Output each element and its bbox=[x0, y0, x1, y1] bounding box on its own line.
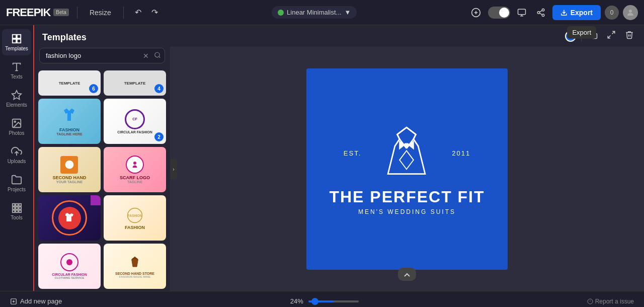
main-layout: Templates Texts Elements Photos Uploads … bbox=[0, 25, 644, 291]
sidebar-item-texts[interactable]: Texts bbox=[2, 57, 31, 84]
templates-panel: Templates ✕ TEMPLATE 6 bbox=[34, 25, 170, 291]
present-button[interactable] bbox=[514, 5, 529, 20]
svg-rect-16 bbox=[16, 204, 18, 206]
svg-rect-20 bbox=[19, 207, 22, 209]
est-row: EST. bbox=[344, 123, 470, 183]
template-card-secondhand2[interactable]: SECOND HAND STORE FASHION MADE MINE bbox=[104, 244, 166, 289]
design-canvas[interactable]: EST. bbox=[306, 68, 508, 270]
projects-icon bbox=[11, 174, 22, 185]
svg-rect-1 bbox=[518, 9, 525, 15]
freepik-logo: FREEPIK bbox=[6, 6, 50, 19]
svg-rect-19 bbox=[16, 207, 18, 209]
sidebar-item-projects[interactable]: Projects bbox=[2, 170, 31, 196]
template-card-scarf[interactable]: SCARF LOGO TAGLINE bbox=[104, 147, 166, 192]
svg-rect-15 bbox=[13, 204, 15, 206]
elements-label: Elements bbox=[6, 102, 27, 108]
svg-point-29 bbox=[66, 259, 72, 265]
divider bbox=[77, 7, 77, 19]
undo-button[interactable]: ↶ bbox=[132, 6, 144, 19]
uploads-icon bbox=[11, 146, 22, 157]
template-card-circular[interactable]: CF CIRCULAR FASHION 2 bbox=[104, 99, 166, 144]
toggle-knob bbox=[499, 8, 509, 18]
resize-button[interactable]: Resize bbox=[86, 7, 115, 19]
sidebar-item-elements[interactable]: Elements bbox=[2, 86, 31, 112]
add-page-button[interactable]: Add new page bbox=[10, 297, 62, 305]
year-text: 2011 bbox=[452, 149, 470, 157]
templates-label: Templates bbox=[5, 46, 28, 51]
projects-label: Projects bbox=[8, 187, 26, 192]
zoom-level: 24% bbox=[290, 297, 303, 305]
template-card[interactable]: TEMPLATE 4 bbox=[104, 70, 166, 96]
tools-icon bbox=[11, 202, 22, 213]
search-submit-button[interactable] bbox=[154, 51, 161, 60]
zoom-control: 24% bbox=[290, 297, 359, 305]
search-clear-button[interactable]: ✕ bbox=[143, 52, 149, 60]
template-card-fashion2[interactable]: FASHION FASHION bbox=[104, 195, 166, 241]
est-text: EST. bbox=[344, 149, 361, 157]
photos-label: Photos bbox=[9, 130, 24, 136]
delete-button[interactable] bbox=[623, 28, 636, 44]
svg-point-2 bbox=[542, 9, 544, 11]
share-button[interactable] bbox=[533, 5, 548, 20]
template-badge: 6 bbox=[89, 84, 98, 93]
svg-line-25 bbox=[159, 56, 160, 58]
theme-toggle[interactable] bbox=[488, 7, 510, 19]
templates-icon bbox=[11, 33, 22, 44]
report-issue-button[interactable]: Report a issue bbox=[587, 298, 634, 305]
divider2 bbox=[123, 7, 124, 19]
canvas-wrapper[interactable]: › EST. bbox=[170, 47, 644, 291]
template-card-circular2[interactable]: CIRCULAR FASHION CLOTHING SERVICE bbox=[38, 244, 101, 289]
magic-button[interactable] bbox=[468, 5, 484, 21]
panel-title: Templates bbox=[34, 25, 170, 48]
sidebar-item-tools[interactable]: Tools bbox=[2, 198, 31, 224]
tools-label: Tools bbox=[11, 215, 22, 220]
user-credits[interactable]: 0 bbox=[605, 6, 619, 20]
canvas-title: THE PERFECT FIT bbox=[329, 188, 485, 206]
svg-point-24 bbox=[155, 52, 159, 57]
svg-rect-31 bbox=[405, 143, 409, 147]
export-button[interactable]: Export bbox=[552, 5, 601, 20]
svg-rect-17 bbox=[19, 204, 22, 206]
template-card-secondhand[interactable]: SECOND HAND YOUR TAGLINE bbox=[38, 147, 101, 192]
file-name-chip[interactable]: Linear Minimalist... ▼ bbox=[272, 6, 357, 19]
sidebar-item-templates[interactable]: Templates bbox=[2, 29, 31, 55]
elements-icon bbox=[11, 90, 22, 101]
topbar: FREEPIK Beta Resize ↶ ↷ Linear Minimalis… bbox=[0, 0, 644, 25]
topbar-center: Linear Minimalist... ▼ bbox=[165, 6, 464, 19]
file-name-text: Linear Minimalist... bbox=[287, 9, 341, 16]
svg-point-26 bbox=[133, 162, 136, 165]
dropdown-arrow-icon: ▼ bbox=[344, 9, 351, 16]
suit-icon bbox=[376, 123, 437, 183]
template-card-shirt[interactable]: FASHION TAGLINE HERE bbox=[38, 99, 101, 144]
svg-rect-7 bbox=[13, 35, 16, 38]
sync-dot bbox=[278, 10, 284, 16]
scroll-up-button[interactable] bbox=[398, 268, 416, 281]
svg-rect-9 bbox=[13, 39, 16, 43]
photos-icon bbox=[11, 118, 22, 129]
svg-rect-21 bbox=[13, 210, 15, 213]
template-badge-2: 2 bbox=[154, 132, 164, 141]
left-collapse-button[interactable]: › bbox=[170, 159, 177, 179]
template-badge: 4 bbox=[154, 84, 164, 93]
template-card[interactable]: TEMPLATE 6 bbox=[38, 70, 101, 96]
logo-area: FREEPIK Beta bbox=[6, 6, 69, 19]
sidebar-item-photos[interactable]: Photos bbox=[2, 114, 31, 140]
svg-point-3 bbox=[537, 11, 540, 14]
avatar[interactable] bbox=[623, 5, 638, 20]
svg-rect-8 bbox=[17, 35, 21, 38]
redo-button[interactable]: ↷ bbox=[148, 6, 161, 19]
canvas-area: › EST. bbox=[170, 25, 644, 291]
canvas-content: EST. bbox=[329, 123, 485, 215]
report-label: Report a issue bbox=[595, 298, 634, 305]
texts-label: Texts bbox=[11, 74, 22, 80]
sidebar-item-uploads[interactable]: Uploads bbox=[2, 142, 31, 168]
zoom-slider[interactable] bbox=[308, 300, 359, 302]
template-card-tshirt-circle[interactable] bbox=[38, 195, 101, 241]
svg-rect-10 bbox=[17, 39, 21, 43]
expand-button[interactable] bbox=[605, 28, 618, 44]
search-box: ✕ bbox=[39, 48, 165, 63]
topbar-right: Export 0 bbox=[468, 5, 638, 21]
add-page-label: Add new page bbox=[20, 297, 62, 305]
bottom-bar: Add new page 24% Report a issue bbox=[0, 291, 644, 307]
beta-badge: Beta bbox=[53, 9, 69, 16]
